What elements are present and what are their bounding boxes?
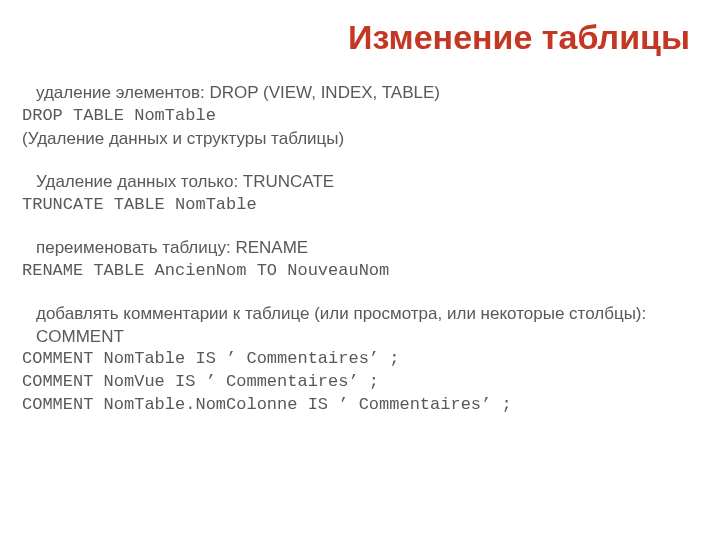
page-title: Изменение таблицы bbox=[30, 18, 690, 57]
bullet-text: добавлять комментарии к таблице (или про… bbox=[36, 304, 646, 346]
note-drop: (Удаление данных и структуры таблицы) bbox=[22, 128, 698, 151]
slide: Изменение таблицы удаление элементов: DR… bbox=[0, 0, 720, 540]
bullet-text: переименовать таблицу: RENAME bbox=[36, 238, 308, 257]
code-drop: DROP TABLE NomTable bbox=[22, 105, 698, 128]
bullet-comment: добавлять комментарии к таблице (или про… bbox=[22, 303, 698, 349]
bullet-rename: переименовать таблицу: RENAME bbox=[22, 237, 698, 260]
code-rename: RENAME TABLE AncienNom TO NouveauNom bbox=[22, 260, 698, 283]
bullet-text: Удаление данных только: TRUNCATE bbox=[36, 172, 334, 191]
code-comment-1: COMMENT NomTable IS ’ Commentaires’ ; bbox=[22, 348, 698, 371]
code-comment-3: COMMENT NomTable.NomColonne IS ’ Comment… bbox=[22, 394, 698, 417]
spacer bbox=[22, 151, 698, 169]
body-content: удаление элементов: DROP (VIEW, INDEX, T… bbox=[22, 80, 698, 417]
spacer bbox=[22, 217, 698, 235]
spacer bbox=[22, 283, 698, 301]
bullet-text: удаление элементов: DROP (VIEW, INDEX, T… bbox=[36, 83, 440, 102]
bullet-drop: удаление элементов: DROP (VIEW, INDEX, T… bbox=[22, 82, 698, 105]
code-comment-2: COMMENT NomVue IS ’ Commentaires’ ; bbox=[22, 371, 698, 394]
code-truncate: TRUNCATE TABLE NomTable bbox=[22, 194, 698, 217]
bullet-truncate: Удаление данных только: TRUNCATE bbox=[22, 171, 698, 194]
